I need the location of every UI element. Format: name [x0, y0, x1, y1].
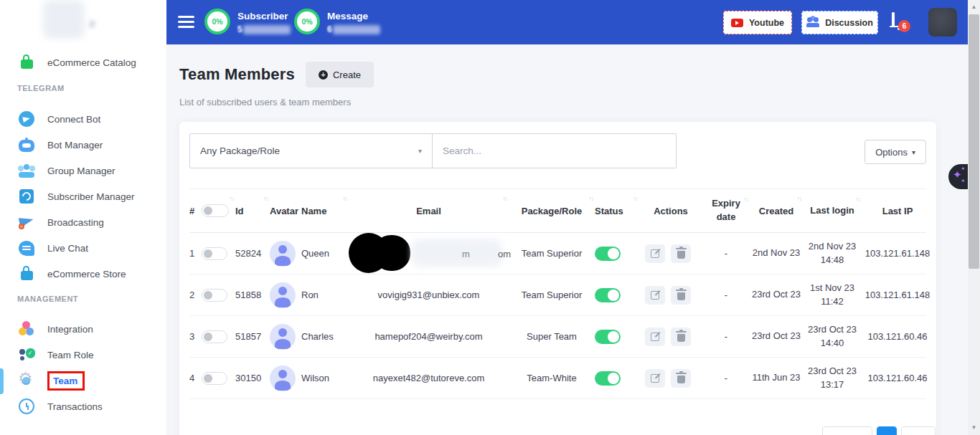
cell-name: Charles	[301, 331, 349, 342]
package-role-select[interactable]: Any Package/Role	[189, 133, 433, 168]
cell-package: Team-White	[509, 373, 595, 383]
sidebar-item-ecommerce-store[interactable]: eCommerce Store	[0, 262, 166, 286]
row-select-toggle[interactable]	[202, 372, 227, 385]
cell-expiry: -	[702, 248, 750, 259]
col-header-created[interactable]: Created	[750, 189, 803, 232]
sidebar-item-ecommerce-catalog[interactable]: eCommerce Catalog	[0, 50, 166, 75]
delete-button[interactable]	[671, 244, 691, 263]
subscriber-stat-value: 5	[237, 24, 242, 34]
scroll-up-arrow[interactable]: ▲	[968, 1, 980, 13]
sidebar-item-broadcasting[interactable]: Broadcasting	[0, 210, 166, 234]
col-header-last-ip: Last IP	[862, 189, 933, 232]
notification-badge: 6	[898, 20, 910, 32]
col-header-status[interactable]: Status	[595, 189, 639, 232]
pagination-page-1-button[interactable]	[877, 426, 897, 435]
sidebar-item-group-manager[interactable]: Group Manager	[0, 158, 166, 183]
edit-icon	[651, 249, 659, 258]
create-button[interactable]: Create	[306, 62, 374, 87]
row-select-toggle[interactable]	[202, 330, 227, 343]
hamburger-menu-icon[interactable]	[178, 16, 194, 28]
ai-assistant-button[interactable]: ✦ ✦ ✦	[948, 164, 970, 189]
edit-button[interactable]	[645, 244, 665, 263]
col-header-id[interactable]: Id	[235, 189, 270, 232]
delete-button[interactable]	[671, 328, 691, 346]
scrollbar-thumb[interactable]	[969, 14, 979, 269]
delete-button[interactable]	[671, 369, 691, 388]
active-item-indicator	[0, 368, 4, 394]
sidebar-item-connect-bot[interactable]: Connect Bot	[0, 107, 166, 131]
pagination-next-button[interactable]	[901, 426, 936, 435]
trash-icon	[677, 292, 685, 300]
redacted-value	[333, 25, 380, 34]
col-header-last-login[interactable]: Last login	[803, 189, 862, 232]
select-all-toggle[interactable]	[202, 204, 229, 217]
table-row: 2 51858 Ron vovigig931@unbiex.com Team S…	[189, 274, 926, 316]
message-progress-ring: 0%	[294, 9, 320, 34]
cell-last-login: 23rd Oct 23 14:40	[803, 323, 862, 350]
subscriber-stat-label: Subscriber	[237, 11, 291, 21]
delete-button[interactable]	[671, 286, 691, 305]
sidebar-section-management: MANAGEMENT	[17, 295, 78, 303]
sidebar-item-transactions[interactable]: Transactions	[0, 394, 166, 419]
edit-icon	[651, 374, 659, 383]
scroll-down-arrow[interactable]: ▼	[968, 422, 980, 434]
trash-icon	[677, 376, 685, 383]
redaction-scribble	[349, 233, 389, 273]
sidebar-item-integration[interactable]: Integration	[0, 317, 166, 341]
paper-plane-icon	[17, 213, 36, 231]
table-row: 1 52824 Queen m om Team Superior -	[189, 233, 926, 274]
col-header-avatar: Avatar	[270, 189, 301, 232]
cell-expiry: -	[702, 290, 750, 300]
notifications-button[interactable]: 6	[892, 14, 913, 35]
cell-id: 52824	[235, 248, 270, 259]
discussion-button[interactable]: Discussion	[801, 11, 878, 34]
options-button[interactable]: Options	[864, 140, 926, 164]
sidebar-item-subscriber-manager[interactable]: Subscriber Manager	[0, 184, 166, 209]
telegram-icon	[17, 110, 36, 128]
youtube-button[interactable]: Youtube	[723, 11, 792, 34]
edit-icon	[651, 333, 659, 341]
page-title: Team Members	[179, 65, 295, 84]
plus-circle-icon	[319, 70, 328, 80]
member-avatar-icon	[270, 324, 296, 350]
col-header-actions: Actions	[639, 189, 702, 232]
trash-icon	[677, 334, 685, 342]
app-logo	[43, 0, 85, 39]
col-header-package[interactable]: Package/Role	[509, 189, 595, 232]
status-toggle[interactable]	[595, 288, 621, 302]
edit-button[interactable]	[645, 286, 665, 305]
col-header-email[interactable]: Email	[349, 189, 509, 232]
status-toggle[interactable]	[595, 247, 621, 261]
sidebar-item-live-chat[interactable]: Live Chat	[0, 236, 166, 260]
sidebar-item-team[interactable]: Team	[0, 368, 166, 393]
col-header-num[interactable]: #	[189, 189, 235, 232]
youtube-icon	[731, 19, 743, 27]
sidebar-item-label: eCommerce Catalog	[47, 57, 136, 68]
member-avatar-icon	[270, 282, 296, 308]
history-clock-icon	[17, 397, 36, 416]
edit-button[interactable]	[645, 328, 665, 346]
person-shield-icon	[17, 345, 36, 364]
bell-icon	[892, 12, 895, 26]
logo-mark	[88, 19, 96, 29]
status-toggle[interactable]	[595, 371, 621, 386]
group-icon	[17, 161, 36, 180]
sidebar-item-bot-manager[interactable]: Bot Manager	[0, 133, 166, 157]
row-select-toggle[interactable]	[202, 289, 227, 302]
main-content: Team Members Create List of subscribed u…	[166, 44, 968, 435]
sidebar-item-team-role[interactable]: Team Role	[0, 343, 166, 367]
status-toggle[interactable]	[595, 330, 621, 344]
pagination-previous-button[interactable]	[822, 426, 872, 435]
edit-button[interactable]	[645, 369, 665, 388]
col-header-name[interactable]: Name	[301, 189, 349, 232]
team-members-table: # Id Avatar Name Email Package/Role Stat…	[189, 188, 926, 399]
cell-name: Wilson	[301, 373, 349, 383]
vertical-scrollbar[interactable]: ▲ ▼	[968, 0, 980, 435]
subscriber-progress-ring: 0%	[204, 9, 230, 34]
search-input[interactable]	[433, 133, 677, 168]
col-header-expiry[interactable]: Expiry date	[702, 189, 750, 232]
users-icon	[806, 18, 819, 27]
cell-expiry: -	[702, 331, 750, 342]
row-select-toggle[interactable]	[202, 247, 227, 260]
user-avatar[interactable]	[928, 8, 957, 37]
